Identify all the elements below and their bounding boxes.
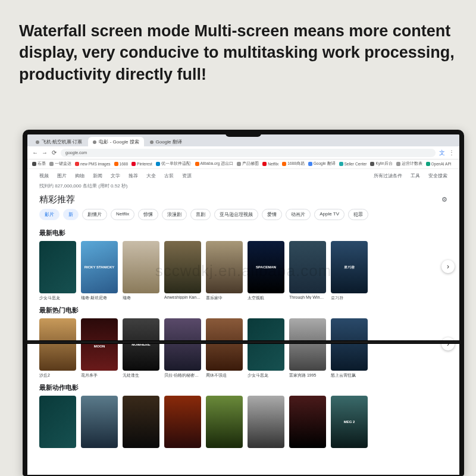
carousel-next-icon[interactable]: › <box>441 337 455 350</box>
bookmark-item[interactable]: Google 翻译 <box>308 161 336 167</box>
movie-poster[interactable]: 少女斗恶龙 <box>248 318 284 378</box>
movie-poster[interactable]: MEG 2 <box>331 396 368 450</box>
poster-caption <box>39 448 76 450</box>
movie-poster[interactable] <box>164 396 201 450</box>
filters-dropdown[interactable]: 所有过滤条件 <box>374 173 402 179</box>
movie-poster[interactable]: 怒上云霄狂飙 <box>331 318 368 378</box>
bookmark-item[interactable]: 产品修图 <box>237 161 259 167</box>
movie-poster[interactable] <box>248 396 284 450</box>
poster-caption: 少女斗恶龙 <box>248 371 284 378</box>
movie-poster[interactable]: 周休不强迫 <box>206 318 243 378</box>
url-bar-row: ← → ⟳ google.com 文 ⋮ <box>27 146 459 159</box>
filter-chips-row: 影片新剧情片Netflix惊悚浪漫剧喜剧亚马逊总理视频爱情动画片Apple TV… <box>27 209 459 226</box>
filter-chip[interactable]: 影片 <box>39 209 60 220</box>
movie-poster[interactable]: Through My Win… <box>289 241 326 301</box>
bookmark-item[interactable]: Seller Center <box>339 162 367 166</box>
back-icon[interactable]: ← <box>32 150 38 156</box>
filter-chip[interactable]: 浪漫剧 <box>162 209 187 220</box>
poster-caption: 沙丘2 <box>39 371 76 378</box>
search-nav-item[interactable]: 视频 <box>39 173 49 179</box>
movie-poster[interactable]: 瑞奇 <box>123 241 159 301</box>
filter-chip[interactable]: 动画片 <box>286 209 311 220</box>
poster-caption: Anweshippin Kan… <box>164 293 201 299</box>
browser-tab[interactable]: 飞机·航空机票·订票 <box>31 137 87 146</box>
filter-chip[interactable]: 犯罪 <box>348 209 368 220</box>
carousel-next-icon[interactable]: › <box>441 260 455 273</box>
poster-caption <box>81 448 118 450</box>
bookmark-item[interactable]: Netflix <box>262 162 278 166</box>
laptop-device: 飞机·航空机票·订票电影 - Google 搜索Google 翻译 ← → ⟳ … <box>23 130 464 476</box>
poster-caption <box>289 448 326 450</box>
search-nav-item[interactable]: 新闻 <box>93 173 102 179</box>
bookmark-item[interactable]: Alibaba.org 进出口 <box>195 161 234 167</box>
movie-poster[interactable]: 沙丘2 <box>39 318 76 378</box>
filter-chip[interactable]: Apple TV <box>314 209 345 220</box>
movie-poster[interactable]: SPACEMAN太空孤航 <box>248 241 284 301</box>
poster-row: 少女斗恶龙RICKY STANICKY瑞奇·斯坦尼奇瑞奇Anweshippin … <box>27 241 459 303</box>
search-nav-item[interactable]: 购物 <box>75 173 84 179</box>
movie-poster[interactable] <box>206 396 243 450</box>
bookmark-item[interactable]: 优一单软件适配· <box>156 161 192 167</box>
search-nav-item[interactable]: 资源 <box>182 173 192 179</box>
poster-caption <box>123 448 159 450</box>
browser-tab-strip: 飞机·航空机票·订票电影 - Google 搜索Google 翻译 <box>27 134 459 146</box>
poster-caption: 贝拉·伯格的秘密生… <box>164 371 201 378</box>
filter-chip[interactable]: 爱情 <box>262 209 282 220</box>
gear-icon[interactable]: ⚙ <box>441 196 447 203</box>
translate-icon[interactable]: 文 <box>439 150 445 156</box>
poster-caption: 怒上云霄狂飙 <box>331 371 368 378</box>
filter-chip[interactable]: 惊悚 <box>138 209 158 220</box>
filter-chip[interactable]: Netflix <box>111 209 134 220</box>
movie-poster[interactable] <box>123 396 159 450</box>
poster-row: MEG 2 <box>27 396 459 452</box>
results-meta: 找到约 827,000,000 条结果 (用时 0.52 秒) <box>27 181 459 194</box>
movie-poster[interactable]: RICKY STANICKY瑞奇·斯坦尼奇 <box>81 241 118 301</box>
bookmark-item[interactable]: 运营计数表 <box>396 161 422 167</box>
bookmark-item[interactable]: Kylin后台 <box>370 161 392 167</box>
movie-poster[interactable]: 贝拉·伯格的秘密生… <box>164 318 201 378</box>
safesearch-link[interactable]: 安全搜索 <box>428 173 447 179</box>
bookmark-item[interactable]: Pinterest <box>131 162 152 166</box>
url-text: google.com <box>65 151 87 155</box>
movie-poster[interactable]: 少女斗恶龙 <box>39 241 76 301</box>
menu-icon[interactable]: ⋮ <box>449 150 455 156</box>
poster-caption: 周休不强迫 <box>206 371 243 378</box>
movie-poster[interactable]: 로기완로기완 <box>331 241 368 301</box>
movie-poster[interactable]: 富家穷路 1995 <box>289 318 326 378</box>
poster-caption: Through My Win… <box>289 293 326 299</box>
filter-chip[interactable]: 剧情片 <box>82 209 107 220</box>
poster-caption <box>248 448 284 450</box>
poster-caption: 富家穷路 1995 <box>289 371 326 378</box>
movie-poster[interactable] <box>81 396 118 450</box>
search-nav-item[interactable]: 推荐 <box>129 173 138 179</box>
poster-caption <box>331 448 368 450</box>
search-nav-item[interactable]: 文学 <box>111 173 120 179</box>
bookmark-item[interactable]: 石墨 <box>32 161 46 167</box>
bookmarks-bar: 石墨一键直达new PMS images1688Pinterest优一单软件适配… <box>27 159 459 169</box>
poster-caption: 少女斗恶龙 <box>39 293 76 301</box>
browser-tab[interactable]: Google 翻译 <box>145 137 187 146</box>
bookmark-item[interactable]: 1688商易 <box>282 161 304 167</box>
forward-icon[interactable]: → <box>42 150 48 156</box>
filter-chip[interactable]: 新 <box>63 209 79 220</box>
tools-link[interactable]: 工具 <box>411 173 420 179</box>
filter-chip[interactable]: 喜剧 <box>190 209 211 220</box>
bookmark-item[interactable]: 一键直达 <box>49 161 71 167</box>
address-bar[interactable]: google.com <box>61 149 436 157</box>
movie-poster[interactable]: 喜乐家中 <box>206 241 243 301</box>
bookmark-item[interactable]: 1688 <box>114 162 128 166</box>
movie-poster[interactable]: Anweshippin Kan… <box>164 241 201 301</box>
search-nav-item[interactable]: 古装 <box>164 173 174 179</box>
bookmark-item[interactable]: new PMS images <box>75 162 111 166</box>
laptop-screen: 飞机·航空机票·订票电影 - Google 搜索Google 翻译 ← → ⟳ … <box>23 130 464 476</box>
reload-icon[interactable]: ⟳ <box>51 150 57 156</box>
search-nav-item[interactable]: 图片 <box>57 173 67 179</box>
browser-tab[interactable]: 电影 - Google 搜索 <box>88 137 143 146</box>
bookmark-item[interactable]: OpenAI API <box>426 162 452 166</box>
search-nav-item[interactable]: 大全 <box>146 173 156 179</box>
movie-poster[interactable]: NOWHERE无处逢生 <box>123 318 159 378</box>
movie-poster[interactable] <box>39 396 76 450</box>
movie-poster[interactable]: KILLERS FLOWER MOON花月杀手 <box>81 318 118 378</box>
movie-poster[interactable] <box>289 396 326 450</box>
filter-chip[interactable]: 亚马逊总理视频 <box>214 209 258 220</box>
